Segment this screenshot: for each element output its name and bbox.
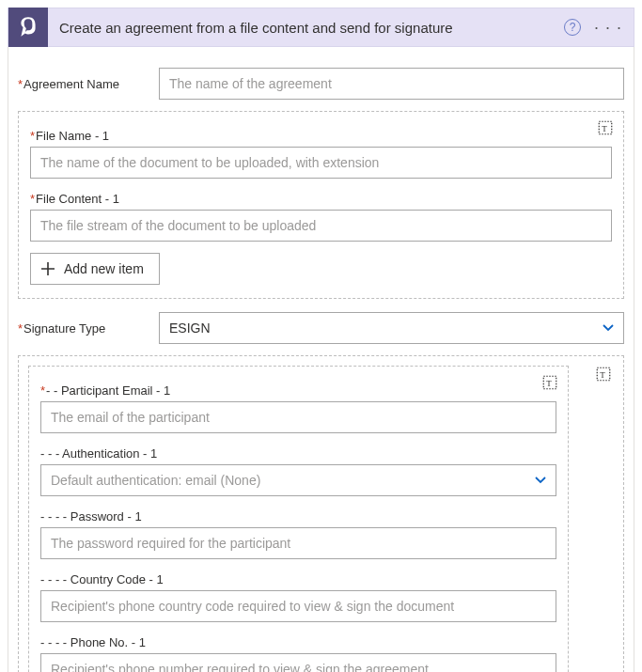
authentication-label: - - - Authentication - 1 — [40, 446, 556, 461]
participant-email-input[interactable] — [40, 401, 556, 433]
svg-text:T: T — [546, 379, 552, 388]
participant-email-label: *- - Participant Email - 1 — [40, 383, 556, 398]
help-icon[interactable]: ? — [564, 19, 581, 36]
action-header: Create an agreement from a file content … — [8, 8, 634, 47]
file-content-label: *File Content - 1 — [30, 192, 612, 206]
more-menu-icon[interactable]: · · · — [594, 18, 626, 38]
add-file-label: Add new item — [64, 261, 144, 276]
agreement-name-label: *Agreement Name — [18, 77, 159, 91]
svg-text:T: T — [602, 124, 607, 133]
action-body: *Agreement Name T *File Name - 1 *File C… — [8, 47, 634, 672]
dynamic-content-icon[interactable]: T — [541, 374, 558, 391]
file-name-label: *File Name - 1 — [30, 129, 612, 143]
dynamic-content-icon[interactable]: T — [595, 366, 612, 383]
signature-type-value: ESIGN — [169, 320, 211, 336]
authentication-placeholder: Default authentication: email (None) — [51, 473, 260, 488]
file-content-input[interactable] — [30, 210, 612, 242]
dynamic-content-icon[interactable]: T — [597, 119, 614, 136]
agreement-name-input[interactable] — [159, 68, 624, 100]
country-code-input[interactable] — [40, 590, 556, 622]
phone-label: - - - - Phone No. - 1 — [40, 635, 556, 649]
adobe-sign-icon — [8, 8, 48, 47]
password-input[interactable] — [40, 527, 556, 559]
signature-type-select[interactable]: ESIGN — [159, 312, 624, 344]
plus-icon — [40, 261, 55, 276]
phone-input[interactable] — [40, 653, 556, 672]
password-label: - - - - Password - 1 — [40, 509, 556, 524]
country-code-label: - - - - Country Code - 1 — [40, 572, 556, 586]
action-title: Create an agreement from a file content … — [59, 20, 564, 36]
signature-type-label: *Signature Type — [18, 321, 159, 336]
file-group: T *File Name - 1 *File Content - 1 Add n… — [18, 111, 624, 299]
svg-text:T: T — [600, 370, 605, 380]
participant-inner-group: T *- - Participant Email - 1 - - - Authe… — [28, 366, 569, 672]
authentication-select[interactable]: Default authentication: email (None) — [40, 464, 556, 496]
file-name-input[interactable] — [30, 147, 612, 179]
add-file-item-button[interactable]: Add new item — [30, 253, 160, 285]
participant-outer-group: T T *- - Participant Email - 1 - - - Aut… — [18, 355, 624, 672]
